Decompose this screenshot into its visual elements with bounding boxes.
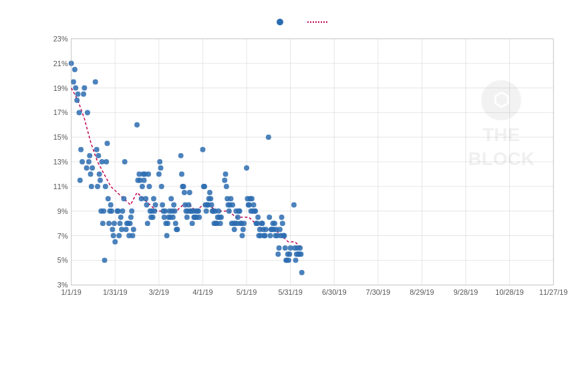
svg-point-254 <box>279 215 285 220</box>
svg-text:17%: 17% <box>53 108 68 116</box>
svg-text:7/30/19: 7/30/19 <box>366 288 391 296</box>
svg-point-213 <box>240 233 245 239</box>
legend-dot-item <box>277 19 287 25</box>
legend-dot-icon <box>277 19 283 25</box>
svg-point-265 <box>291 203 297 208</box>
svg-point-274 <box>299 270 305 275</box>
svg-point-148 <box>174 227 180 232</box>
legend-line-icon <box>307 21 327 23</box>
svg-point-198 <box>227 209 232 214</box>
svg-point-104 <box>130 233 136 239</box>
svg-text:7%: 7% <box>57 232 68 240</box>
svg-point-78 <box>104 140 110 146</box>
svg-point-77 <box>104 159 109 164</box>
svg-point-255 <box>280 221 285 226</box>
svg-point-56 <box>81 92 86 97</box>
svg-point-130 <box>159 184 164 189</box>
svg-point-273 <box>298 251 303 257</box>
svg-text:23%: 23% <box>53 35 68 43</box>
svg-point-116 <box>144 203 150 208</box>
svg-point-146 <box>173 221 178 226</box>
svg-point-257 <box>281 233 287 239</box>
svg-point-141 <box>168 196 174 201</box>
svg-point-79 <box>106 196 111 201</box>
svg-text:11/27/19: 11/27/19 <box>539 288 568 296</box>
legend <box>40 19 568 25</box>
svg-point-210 <box>237 209 243 214</box>
svg-point-224 <box>251 203 257 208</box>
svg-point-214 <box>241 227 246 232</box>
svg-point-61 <box>87 153 92 158</box>
svg-point-156 <box>184 215 190 220</box>
svg-point-153 <box>182 190 187 195</box>
svg-point-51 <box>76 92 81 97</box>
svg-point-119 <box>146 184 152 189</box>
svg-text:3/2/19: 3/2/19 <box>149 288 169 296</box>
svg-point-118 <box>146 172 151 177</box>
svg-point-83 <box>109 209 114 214</box>
svg-point-92 <box>118 215 124 220</box>
svg-point-60 <box>86 159 92 164</box>
svg-point-145 <box>172 209 177 214</box>
svg-point-54 <box>78 147 84 152</box>
svg-point-101 <box>128 221 133 226</box>
legend-line-item <box>307 21 331 23</box>
svg-point-113 <box>142 178 147 183</box>
svg-point-202 <box>230 203 235 208</box>
svg-point-128 <box>157 159 162 164</box>
svg-point-143 <box>170 215 176 220</box>
svg-point-144 <box>171 203 176 208</box>
svg-point-66 <box>94 147 100 152</box>
svg-point-125 <box>152 209 157 214</box>
svg-point-115 <box>143 196 148 201</box>
svg-point-111 <box>140 184 145 189</box>
svg-point-216 <box>244 165 249 170</box>
svg-point-222 <box>249 196 255 201</box>
svg-point-246 <box>272 221 277 226</box>
svg-point-80 <box>106 221 112 226</box>
svg-point-208 <box>235 215 241 220</box>
svg-point-49 <box>73 86 78 91</box>
svg-point-250 <box>275 251 281 257</box>
svg-text:10/28/19: 10/28/19 <box>495 288 524 296</box>
svg-point-129 <box>158 165 164 170</box>
svg-point-127 <box>156 172 162 177</box>
chart-svg: 3%5%7%9%11%13%15%17%19%21%23%1/1/191/31/… <box>40 32 568 312</box>
svg-point-68 <box>96 153 101 158</box>
svg-point-189 <box>216 209 221 214</box>
svg-point-47 <box>71 79 76 84</box>
svg-point-193 <box>222 178 227 183</box>
svg-point-150 <box>179 172 184 177</box>
svg-text:19%: 19% <box>53 84 68 92</box>
svg-text:5/31/19: 5/31/19 <box>278 288 303 296</box>
svg-point-102 <box>128 215 134 220</box>
svg-point-84 <box>110 227 115 232</box>
svg-point-82 <box>108 203 114 208</box>
svg-point-162 <box>190 221 195 226</box>
svg-point-234 <box>260 221 265 226</box>
svg-point-200 <box>228 196 233 201</box>
svg-point-94 <box>120 209 125 214</box>
svg-point-171 <box>200 147 205 152</box>
svg-text:9%: 9% <box>57 207 68 215</box>
svg-text:11%: 11% <box>53 182 68 191</box>
svg-point-175 <box>204 209 209 214</box>
svg-point-50 <box>74 98 80 103</box>
svg-point-75 <box>102 257 108 263</box>
svg-point-63 <box>89 184 94 189</box>
svg-point-204 <box>232 227 237 232</box>
svg-point-57 <box>82 86 87 91</box>
svg-text:13%: 13% <box>53 158 68 166</box>
svg-point-53 <box>78 178 83 183</box>
svg-point-173 <box>202 184 207 189</box>
svg-point-158 <box>186 203 191 208</box>
svg-text:5%: 5% <box>57 256 68 264</box>
svg-point-95 <box>121 196 126 201</box>
svg-point-238 <box>263 227 269 232</box>
svg-text:5/1/19: 5/1/19 <box>237 288 257 296</box>
svg-point-67 <box>95 184 100 189</box>
svg-point-192 <box>218 215 224 220</box>
svg-point-105 <box>131 227 136 232</box>
svg-point-96 <box>122 159 128 164</box>
svg-point-159 <box>187 190 192 195</box>
